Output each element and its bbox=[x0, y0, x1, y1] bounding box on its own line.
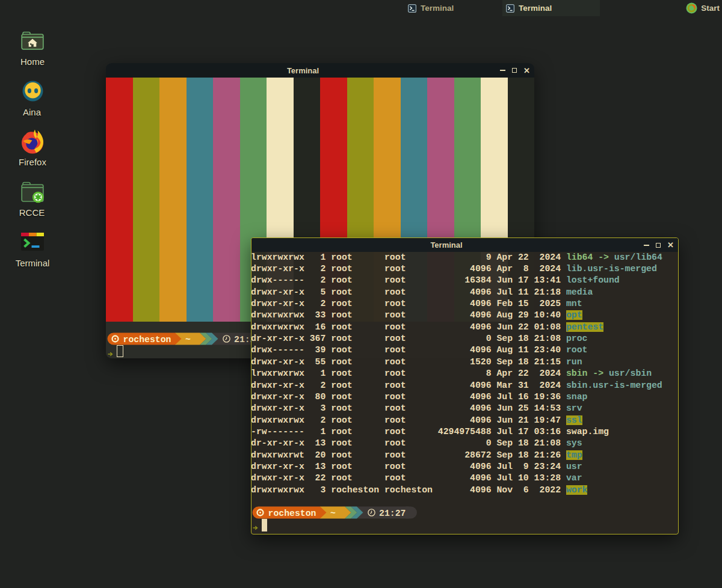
svg-text:21:27: 21:27 bbox=[379, 509, 406, 518]
svg-text:~: ~ bbox=[330, 509, 336, 518]
svg-text:~: ~ bbox=[185, 335, 191, 345]
svg-text:rocheston: rocheston bbox=[268, 508, 316, 518]
svg-text:rocheston: rocheston bbox=[123, 335, 171, 345]
